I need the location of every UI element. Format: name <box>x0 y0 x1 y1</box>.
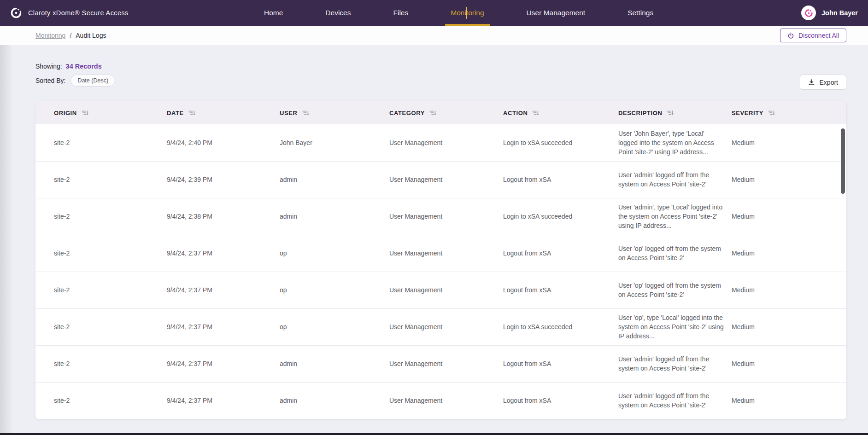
cell-action: Logout from xSA <box>503 235 618 272</box>
disconnect-all-button[interactable]: Disconnect All <box>780 29 846 42</box>
cell-user: admin <box>280 198 389 235</box>
brand-name: Claroty xDome® Secure Access <box>28 9 129 17</box>
table-row[interactable]: site-2 9/4/24, 2:37 PM op User Managemen… <box>35 308 846 345</box>
cell-action: Logout from xSA <box>503 382 618 419</box>
table-scrollbar-thumb[interactable] <box>841 128 845 194</box>
cell-action: Login to xSA succeeded <box>503 308 618 345</box>
cell-description: User 'admin' logged off from the system … <box>618 161 732 198</box>
cell-origin: site-2 <box>35 124 167 161</box>
main-nav: Home Devices Files Monitoring User Manag… <box>264 0 653 26</box>
audit-logs-page: Showing: 34 Records Sorted By: Date (Des… <box>0 45 868 435</box>
column-header-date[interactable]: DATE <box>167 101 280 124</box>
cell-category: User Management <box>389 235 503 272</box>
download-icon <box>808 79 815 86</box>
sort-descending-icon[interactable] <box>768 110 775 116</box>
cell-user: op <box>280 272 389 308</box>
sort-descending-icon[interactable] <box>302 110 310 116</box>
sorted-by-label: Sorted By: <box>35 77 65 84</box>
table-row[interactable]: site-2 9/4/24, 2:37 PM admin User Manage… <box>35 382 846 419</box>
nav-devices[interactable]: Devices <box>325 0 351 26</box>
breadcrumb-monitoring-link[interactable]: Monitoring <box>35 32 65 39</box>
sort-descending-icon[interactable] <box>666 110 674 116</box>
cell-user: op <box>280 308 389 345</box>
cell-severity: Medium <box>732 198 846 235</box>
cell-date: 9/4/24, 2:37 PM <box>167 345 280 382</box>
cell-description: User 'admin' logged off from the system … <box>618 382 732 419</box>
cell-action: Logout from xSA <box>503 345 618 382</box>
table-row[interactable]: site-2 9/4/24, 2:38 PM admin User Manage… <box>35 198 846 235</box>
sorted-by-row: Sorted By: Date (Desc) <box>35 75 115 87</box>
export-label: Export <box>820 79 838 86</box>
cell-severity: Medium <box>732 124 846 161</box>
disconnect-all-label: Disconnect All <box>798 32 839 39</box>
cell-description: User 'op', type 'Local' logged into the … <box>618 308 732 345</box>
cell-date: 9/4/24, 2:37 PM <box>167 235 280 272</box>
table-row[interactable]: site-2 9/4/24, 2:37 PM op User Managemen… <box>35 272 846 308</box>
cell-origin: site-2 <box>35 308 167 345</box>
cell-origin: site-2 <box>35 345 167 382</box>
table-row[interactable]: site-2 9/4/24, 2:37 PM op User Managemen… <box>35 235 846 272</box>
brand: Claroty xDome® Secure Access <box>10 0 129 26</box>
column-header-user[interactable]: USER <box>280 101 389 124</box>
user-name: John Bayer <box>821 9 858 17</box>
breadcrumb-current: Audit Logs <box>76 32 106 39</box>
nav-user-management[interactable]: User Management <box>527 0 586 26</box>
table-row[interactable]: site-2 9/4/24, 2:37 PM admin User Manage… <box>35 345 846 382</box>
user-menu[interactable]: John Bayer <box>801 0 858 26</box>
cell-action: Logout from xSA <box>503 161 618 198</box>
avatar <box>801 6 816 20</box>
sort-descending-icon[interactable] <box>429 110 437 116</box>
cell-action: Logout from xSA <box>503 272 618 308</box>
cell-origin: site-2 <box>35 161 167 198</box>
cell-severity: Medium <box>732 161 846 198</box>
cell-date: 9/4/24, 2:37 PM <box>167 382 280 419</box>
cell-severity: Medium <box>732 272 846 308</box>
sort-descending-icon[interactable] <box>532 110 540 116</box>
cell-category: User Management <box>389 198 503 235</box>
power-icon <box>787 32 794 39</box>
window-bottom-edge <box>0 433 868 435</box>
nav-settings[interactable]: Settings <box>628 0 653 26</box>
cell-origin: site-2 <box>35 272 167 308</box>
cell-origin: site-2 <box>35 382 167 419</box>
table-header-row: ORIGIN DATE USER CATEGORY ACTION DESCRIP… <box>35 101 846 124</box>
cell-category: User Management <box>389 161 503 198</box>
cell-description: User 'admin', type 'Local' logged into t… <box>618 198 732 235</box>
sort-descending-icon[interactable] <box>81 110 89 116</box>
column-header-origin[interactable]: ORIGIN <box>35 101 167 124</box>
sort-descending-icon[interactable] <box>188 110 196 116</box>
nav-monitoring[interactable]: Monitoring <box>451 0 484 26</box>
column-header-action[interactable]: ACTION <box>503 101 618 124</box>
cell-date: 9/4/24, 2:37 PM <box>167 272 280 308</box>
cell-date: 9/4/24, 2:38 PM <box>167 198 280 235</box>
breadcrumb-separator: / <box>70 32 71 39</box>
export-button[interactable]: Export <box>800 75 846 90</box>
cell-origin: site-2 <box>35 198 167 235</box>
cell-action: Login to xSA succeeded <box>503 198 618 235</box>
cell-severity: Medium <box>732 308 846 345</box>
nav-home[interactable]: Home <box>264 0 283 26</box>
left-edge-shadow <box>0 45 13 435</box>
cell-category: User Management <box>389 124 503 161</box>
column-header-category[interactable]: CATEGORY <box>389 101 503 124</box>
showing-summary: Showing: 34 Records <box>35 63 102 70</box>
cell-user: op <box>280 235 389 272</box>
breadcrumb: Monitoring / Audit Logs <box>35 32 106 39</box>
nav-files[interactable]: Files <box>393 0 409 26</box>
cell-user: admin <box>280 345 389 382</box>
column-header-description[interactable]: DESCRIPTION <box>618 101 732 124</box>
showing-label: Showing: <box>35 63 62 70</box>
column-header-severity[interactable]: SEVERITY <box>732 101 846 124</box>
breadcrumb-bar: Monitoring / Audit Logs Disconnect All <box>0 26 868 45</box>
sort-chip[interactable]: Date (Desc) <box>70 75 115 87</box>
record-count: 34 Records <box>66 63 102 70</box>
table-row[interactable]: site-2 9/4/24, 2:39 PM admin User Manage… <box>35 161 846 198</box>
cell-date: 9/4/24, 2:37 PM <box>167 308 280 345</box>
cell-user: admin <box>280 382 389 419</box>
claroty-logo-icon <box>10 7 22 19</box>
cell-date: 9/4/24, 2:39 PM <box>167 161 280 198</box>
cell-user: John Bayer <box>280 124 389 161</box>
table-row[interactable]: site-2 9/4/24, 2:40 PM John Bayer User M… <box>35 124 846 161</box>
cell-description: User 'John Bayer', type 'Local' logged i… <box>618 124 732 161</box>
cell-user: admin <box>280 161 389 198</box>
